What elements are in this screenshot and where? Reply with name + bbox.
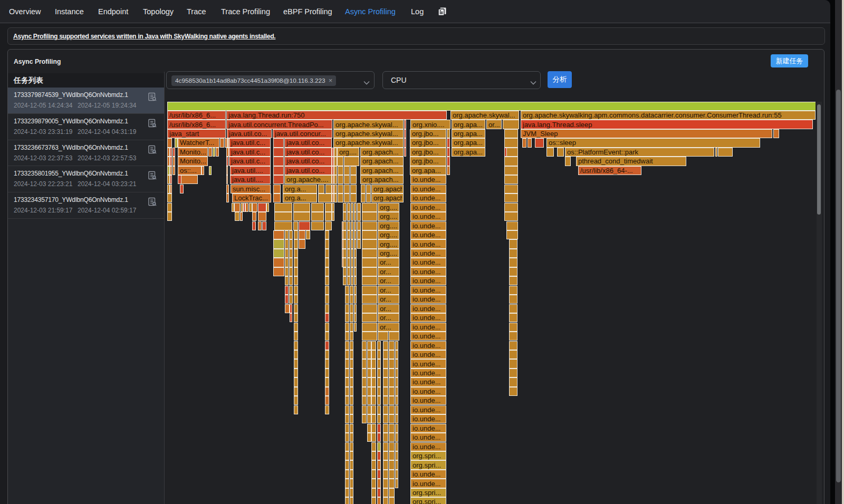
svg-text:or...: or...	[380, 268, 391, 276]
svg-text:or...: or...	[380, 295, 391, 303]
svg-text:/usr/lib/x86_64-...: /usr/lib/x86_64-...	[580, 167, 633, 175]
svg-text:java_start: java_start	[169, 130, 199, 138]
svg-text:io.unde...: io.unde...	[413, 203, 441, 211]
svg-text:os::...: os::...	[180, 167, 197, 175]
svg-text:Monito...: Monito...	[180, 148, 206, 156]
svg-text:org.xnio....: org.xnio....	[413, 121, 445, 129]
svg-text:org.apach...: org.apach...	[373, 194, 410, 202]
svg-text:io.unde...: io.unde...	[413, 222, 441, 230]
svg-text:org....: org....	[380, 212, 397, 220]
svg-text:org.apach...: org.apach...	[373, 185, 410, 193]
svg-text:JVM_Sleep: JVM_Sleep	[523, 130, 558, 138]
svg-text:org.apache.skywal...: org.apache.skywal...	[335, 130, 398, 138]
svg-text:Monito...: Monito...	[180, 157, 206, 165]
svg-text:io.unde...: io.unde...	[413, 387, 441, 395]
svg-text:io.unde...: io.unde...	[413, 240, 441, 248]
svg-text:java.util.c...: java.util.c...	[231, 148, 265, 156]
svg-text:org.jbo...: org.jbo...	[412, 148, 439, 156]
svg-text:org.jbo...: org.jbo...	[412, 130, 439, 138]
svg-text:java.util.c...: java.util.c...	[231, 139, 265, 147]
svg-text:io.unde...: io.unde...	[413, 378, 441, 386]
svg-text:io.unde...: io.unde...	[413, 369, 441, 377]
svg-text:org.apa...: org.apa...	[454, 139, 483, 147]
svg-text:io.unde...: io.unde...	[413, 286, 441, 294]
svg-text:org.spri...: org.spri...	[413, 498, 441, 504]
svg-text:io.unde...: io.unde...	[413, 332, 441, 340]
svg-text:java.util....: java.util....	[232, 167, 263, 175]
svg-text:io.unde...: io.unde...	[413, 424, 441, 432]
svg-text:io.unde...: io.unde...	[413, 342, 441, 350]
svg-text:org.apache.skywal...: org.apache.skywal...	[335, 139, 398, 147]
svg-text:org.a...: org.a...	[285, 194, 306, 202]
svg-text:org.apach...: org.apach...	[362, 157, 399, 165]
svg-text:io.unde...: io.unde...	[413, 295, 441, 303]
svg-text:or...: or...	[380, 286, 391, 294]
svg-text:io.unde...: io.unde...	[413, 351, 441, 358]
svg-text:io.unde...: io.unde...	[413, 277, 441, 285]
svg-text:org.apache.skywalking.apm.comm: org.apache.skywalking.apm.commons.dataca…	[523, 111, 782, 119]
svg-text:os::sleep: os::sleep	[549, 139, 576, 147]
svg-text:io.unde...: io.unde...	[413, 415, 441, 423]
svg-text:java.util.co...: java.util.co...	[286, 167, 324, 175]
svg-text:or...: or...	[380, 305, 391, 313]
svg-text:org.apa...: org.apa...	[454, 130, 483, 138]
svg-text:io.unde...: io.unde...	[413, 268, 441, 276]
svg-text:org.jbo...: org.jbo...	[412, 139, 439, 147]
svg-text:io.unde...: io.unde...	[413, 406, 441, 414]
svg-text:io.unde...: io.unde...	[413, 480, 441, 488]
svg-text:or...: or...	[380, 258, 391, 266]
svg-text:java.util....: java.util....	[232, 176, 263, 183]
svg-text:java.util.co...: java.util.co...	[286, 139, 324, 147]
svg-text:io.unde...: io.unde...	[413, 212, 441, 220]
svg-text:org.apache....: org.apache....	[286, 176, 329, 183]
svg-text:io.unde...: io.unde...	[413, 314, 441, 322]
svg-text:org.apa...: org.apa...	[454, 121, 483, 129]
svg-text:org.spri...: org.spri...	[413, 452, 441, 460]
svg-text:io.unde...: io.unde...	[413, 185, 441, 193]
svg-text:io.unde...: io.unde...	[413, 470, 441, 478]
svg-text:io.unde...: io.unde...	[413, 258, 441, 266]
svg-text:org.apache.skywal...: org.apache.skywal...	[453, 111, 515, 119]
svg-text:io.unde...: io.unde...	[413, 443, 441, 451]
svg-text:org.apach...: org.apach...	[362, 176, 399, 183]
svg-text:io.unde...: io.unde...	[413, 433, 441, 441]
svg-text:/usr/lib/x86_6...: /usr/lib/x86_6...	[169, 111, 216, 119]
svg-text:io.unde...: io.unde...	[413, 360, 441, 368]
svg-text:org....: org....	[380, 231, 397, 239]
svg-text:java.util.concur...: java.util.concur...	[274, 130, 326, 138]
svg-text:sun.misc...: sun.misc...	[233, 185, 265, 193]
svg-text:io.unde...: io.unde...	[413, 323, 441, 331]
svg-text:org....: org....	[380, 222, 397, 230]
svg-text:org....: org....	[339, 148, 357, 156]
svg-text:org.jbo...: org.jbo...	[412, 157, 439, 165]
svg-text:io.unde...: io.unde...	[413, 249, 441, 257]
svg-text:java.lang.Thread.run:750: java.lang.Thread.run:750	[228, 111, 305, 119]
svg-text:or...: or...	[380, 314, 391, 322]
svg-text:java.util.c...: java.util.c...	[231, 157, 265, 165]
svg-text:os::PlatformEvent::park: os::PlatformEvent::park	[567, 148, 639, 156]
svg-text:io.unde...: io.unde...	[413, 396, 441, 404]
svg-text:org....: org....	[380, 203, 397, 211]
svg-text:pthread_cond_timedwait: pthread_cond_timedwait	[578, 157, 653, 165]
svg-text:org.apache.skywal...: org.apache.skywal...	[335, 121, 398, 129]
svg-text:LockTrac...: LockTrac...	[234, 194, 268, 202]
svg-text:java.util.co...: java.util.co...	[228, 130, 267, 138]
svg-text:or...: or...	[488, 121, 500, 129]
svg-text:org....: org....	[380, 240, 397, 248]
svg-text:io.unde...: io.unde...	[413, 194, 441, 202]
svg-text:org.spri...: org.spri...	[413, 461, 441, 469]
svg-text:org.apach...: org.apach...	[362, 167, 399, 175]
svg-text:or...: or...	[380, 323, 391, 331]
svg-text:org.a...: org.a...	[285, 185, 306, 193]
svg-text:/usr/lib/x86_6...: /usr/lib/x86_6...	[169, 121, 216, 129]
svg-text:io.unde...: io.unde...	[413, 231, 441, 239]
svg-text:org.apa...: org.apa...	[454, 148, 483, 156]
svg-text:java.lang.Thread.sleep: java.lang.Thread.sleep	[522, 121, 592, 129]
svg-text:org.spri...: org.spri...	[413, 489, 441, 497]
svg-text:org.apa...: org.apa...	[412, 167, 441, 175]
svg-text:java.util.co...: java.util.co...	[286, 148, 324, 156]
svg-text:WatcherT...: WatcherT...	[180, 139, 214, 147]
svg-text:io.unde...: io.unde...	[413, 305, 441, 313]
svg-text:org....: org....	[380, 249, 397, 257]
svg-text:java.util.co...: java.util.co...	[286, 157, 324, 165]
